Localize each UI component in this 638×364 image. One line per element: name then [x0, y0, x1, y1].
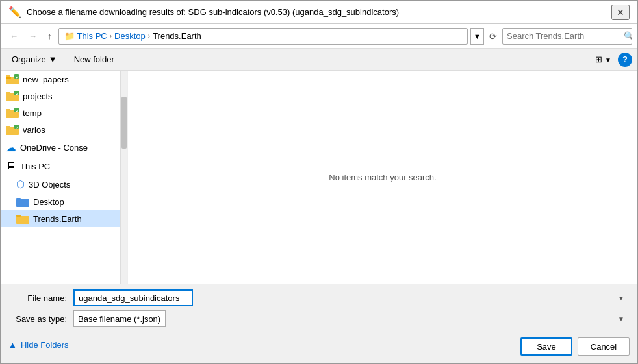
folder-icon: ✓	[6, 108, 19, 118]
sidebar-item-desktop[interactable]: Desktop	[1, 193, 120, 210]
savetype-select[interactable]: Base filename (*.json)	[73, 310, 166, 327]
sidebar-label-temp: temp	[23, 108, 42, 118]
sidebar-scroll-area: ✓ new_papers ✓ projects	[1, 71, 127, 284]
savetype-row: Save as type: Base filename (*.json)	[8, 310, 630, 327]
svg-rect-20	[16, 215, 21, 217]
nav-bar: ← → ↑ 📁 This PC › Desktop › Trends.Earth…	[1, 24, 637, 49]
file-area: No items match your search.	[127, 71, 637, 284]
filename-label: File name:	[8, 293, 73, 303]
sidebar-item-new-papers[interactable]: ✓ new_papers	[1, 71, 120, 88]
view-button[interactable]: ⊞ ▼	[591, 52, 615, 67]
3dobjects-icon: ⬡	[16, 178, 25, 190]
breadcrumb-thispc[interactable]: This PC	[77, 31, 107, 41]
svg-rect-17	[16, 199, 29, 207]
sidebar-item-projects[interactable]: ✓ projects	[1, 88, 120, 104]
main-content: ✓ new_papers ✓ projects	[1, 71, 637, 284]
filename-input[interactable]	[73, 289, 193, 306]
sidebar-label-onedrive: OneDrive - Conse	[20, 143, 88, 152]
help-button[interactable]: ?	[618, 53, 632, 67]
sidebar-item-onedrive[interactable]: ☁ OneDrive - Conse	[1, 138, 120, 157]
view-arrow: ▼	[605, 56, 611, 64]
organize-arrow: ▼	[49, 55, 57, 64]
filename-input-wrapper	[73, 289, 630, 306]
filename-row: File name:	[8, 289, 630, 306]
organize-button[interactable]: Organize ▼	[6, 52, 63, 67]
hide-folders-button[interactable]: ▲ Hide Folders	[8, 340, 69, 350]
forward-button[interactable]: →	[25, 29, 41, 43]
sidebar-label-desktop: Desktop	[33, 197, 64, 207]
button-row: Save Cancel	[520, 337, 630, 356]
svg-text:✓: ✓	[16, 92, 19, 96]
refresh-button[interactable]: ⟳	[487, 30, 500, 43]
svg-rect-14	[6, 126, 10, 128]
back-button[interactable]: ←	[6, 29, 22, 43]
sidebar-item-temp[interactable]: ✓ temp	[1, 104, 120, 121]
dialog-icon: ✏️	[8, 6, 21, 18]
sidebar-item-3dobjects[interactable]: ⬡ 3D Objects	[1, 175, 120, 193]
view-icon: ⊞	[595, 55, 602, 64]
sidebar-label-new-papers: new_papers	[23, 75, 69, 84]
svg-rect-18	[16, 198, 21, 200]
breadcrumb-trendsearth[interactable]: Trends.Earth	[153, 31, 201, 41]
search-input[interactable]	[503, 30, 620, 42]
hide-folders-row: ▲ Hide Folders Save Cancel	[8, 331, 630, 358]
trendsearth-folder-icon	[16, 213, 29, 224]
close-button[interactable]: ✕	[611, 5, 630, 20]
bottom-area: File name: Save as type: Base filename (…	[1, 284, 637, 363]
breadcrumb: 📁 This PC › Desktop › Trends.Earth	[58, 28, 468, 45]
folder-icon: ✓	[6, 125, 19, 135]
svg-rect-19	[16, 216, 29, 224]
svg-text:✓: ✓	[16, 75, 19, 79]
up-button[interactable]: ↑	[44, 29, 56, 43]
svg-rect-10	[6, 109, 10, 111]
breadcrumb-desktop[interactable]: Desktop	[114, 31, 146, 41]
toolbar: Organize ▼ New folder ⊞ ▼ ?	[1, 49, 637, 71]
sidebar-scrollbar[interactable]	[120, 71, 127, 284]
new-folder-label: New folder	[74, 55, 114, 64]
hide-folders-label: Hide Folders	[21, 340, 69, 350]
sidebar: ✓ new_papers ✓ projects	[1, 71, 127, 284]
svg-text:✓: ✓	[16, 109, 19, 113]
save-button[interactable]: Save	[520, 337, 572, 356]
sidebar-item-thispc[interactable]: 🖥 This PC	[1, 157, 120, 175]
folder-icon: ✓	[6, 74, 19, 84]
sidebar-label-projects: projects	[23, 91, 53, 101]
sidebar-scrollbar-thumb[interactable]	[121, 97, 127, 149]
svg-rect-6	[6, 92, 10, 94]
savetype-label: Save as type:	[8, 314, 73, 324]
title-bar-left: ✏️ Choose a filename downloading results…	[8, 6, 399, 18]
sidebar-label-3dobjects: 3D Objects	[29, 180, 70, 189]
sidebar-label-trendsearth: Trends.Earth	[33, 214, 82, 224]
desktop-folder-icon	[16, 197, 29, 207]
breadcrumb-dropdown[interactable]: ▼	[470, 28, 484, 45]
toolbar-right: ⊞ ▼ ?	[591, 52, 632, 67]
search-icon[interactable]: 🔍	[620, 30, 632, 42]
empty-message: No items match your search.	[329, 173, 436, 182]
savetype-select-wrapper: Base filename (*.json)	[73, 310, 630, 327]
sidebar-item-varios[interactable]: ✓ varios	[1, 121, 120, 138]
cancel-button[interactable]: Cancel	[578, 337, 630, 356]
breadcrumb-sep1: ›	[110, 32, 112, 40]
breadcrumb-sep2: ›	[148, 32, 150, 40]
sidebar-inner: ✓ new_papers ✓ projects	[1, 71, 120, 284]
dialog-title: Choose a filename downloading results of…	[27, 7, 399, 17]
folder-icon: ✓	[6, 91, 19, 101]
title-bar: ✏️ Choose a filename downloading results…	[1, 1, 637, 24]
search-box: 🔍	[502, 28, 632, 45]
sidebar-label-thispc: This PC	[20, 162, 50, 171]
hide-folders-arrow: ▲	[8, 340, 17, 350]
svg-rect-2	[6, 75, 10, 77]
new-folder-button[interactable]: New folder	[68, 52, 120, 67]
breadcrumb-folder-icon: 📁	[64, 31, 75, 41]
svg-text:✓: ✓	[16, 126, 19, 130]
pc-icon: 🖥	[6, 160, 16, 172]
onedrive-icon: ☁	[6, 141, 16, 154]
organize-label: Organize	[12, 55, 46, 64]
sidebar-item-trendsearth[interactable]: Trends.Earth	[1, 210, 120, 227]
sidebar-label-varios: varios	[23, 125, 45, 135]
save-dialog: ✏️ Choose a filename downloading results…	[0, 0, 638, 364]
